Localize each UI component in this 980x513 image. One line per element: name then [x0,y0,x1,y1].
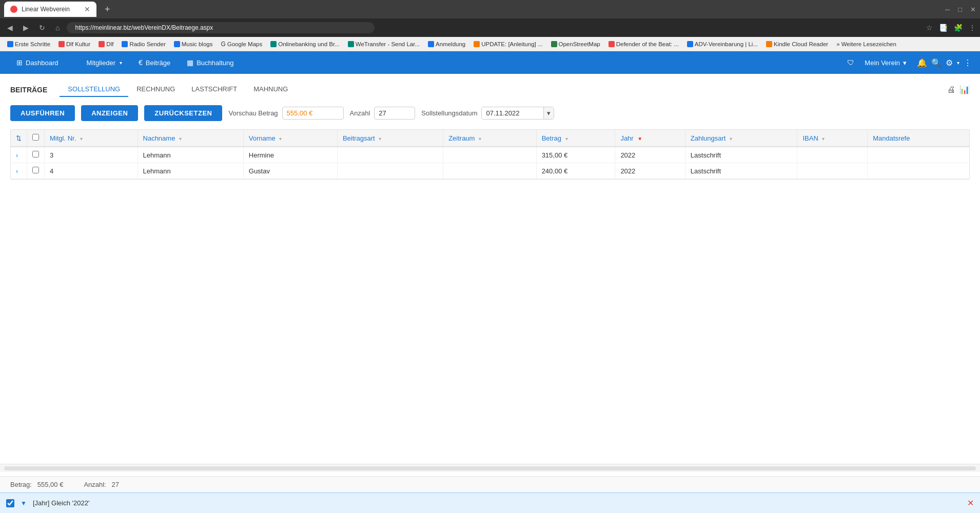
bookmark-google-maps[interactable]: G Google Maps [218,40,265,49]
mein-verein-label: Mein Verein [865,59,900,67]
row-checkbox-cell[interactable] [27,163,45,179]
browser-tab[interactable]: Linear Webverein ✕ [4,2,96,17]
maximize-button[interactable]: □ [958,6,962,13]
nav-buchhaltung[interactable]: ▦ Buchhaltung [179,51,242,74]
bookmark-label: Music blogs [182,41,213,47]
forward-button[interactable]: ▶ [20,23,32,33]
bookmark-onlinebanking[interactable]: Onlinebanking und Br... [267,40,343,48]
cell-beitragsart [337,147,443,163]
bookmark-anmeldung[interactable]: Anmeldung [425,40,468,48]
bottom-summary-bar: Betrag: 555,00 € Anzahl: 27 [0,476,980,478]
bookmark-erste-schritte[interactable]: Erste Schritte [4,40,53,48]
close-window-button[interactable]: ✕ [970,6,976,13]
anzeigen-button[interactable]: ANZEIGEN [81,105,138,121]
nav-beitrage[interactable]: € Beiträge [130,51,179,74]
bookmark-icon[interactable]: 📑 [939,24,948,32]
col-jahr[interactable]: Jahr ▼ [615,130,685,147]
row-expand-cell[interactable]: › [11,147,27,163]
col-beitragsart[interactable]: Beitragsart ▾ [337,130,443,147]
tab-rechnung[interactable]: RECHNUNG [128,82,183,97]
bookmark-icon [551,41,557,47]
col-sort[interactable]: ⇅ [11,130,27,147]
tab-sollstellung[interactable]: SOLLSTELLUNG [60,82,128,97]
date-dropdown-button[interactable]: ▾ [543,107,554,119]
back-button[interactable]: ◀ [4,23,16,33]
ausfuhren-button[interactable]: AUSFÜHREN [10,105,75,121]
app-nav: ⊞ Dashboard 👤 Mitglieder ▾ € Beiträge ▦ … [0,51,980,74]
select-all-checkbox[interactable] [32,134,39,141]
home-button[interactable]: ⌂ [52,23,63,33]
col-zeitraum-sort-icon: ▾ [479,136,481,142]
col-nachname[interactable]: Nachname ▾ [138,130,243,147]
tab-nav: SOLLSTELLUNG RECHNUNG LASTSCHRIFT MAHNUN… [60,82,296,97]
star-icon[interactable]: ☆ [926,24,933,32]
col-iban-sort-icon: ▾ [822,136,825,142]
chart-icon[interactable]: 📊 [959,85,970,94]
nav-mitglieder[interactable]: 👤 Mitglieder ▾ [67,51,130,74]
bookmark-update-anleitung[interactable]: UPDATE: [Anleitung] ... [471,40,545,48]
col-vorname[interactable]: Vorname ▾ [243,130,337,147]
col-zahlungsart[interactable]: Zahlungsart ▾ [685,130,797,147]
anzahl-input[interactable] [374,107,415,120]
address-input[interactable] [67,22,375,33]
bookmark-music-blogs[interactable]: Music blogs [171,40,216,48]
col-zeitraum[interactable]: Zeitraum ▾ [443,130,537,147]
bookmark-wetransfer[interactable]: WeTransfer - Send Lar... [345,40,423,48]
bookmark-adv[interactable]: ADV-Vereinbarung | Li... [684,40,761,48]
row-checkbox-cell[interactable] [27,147,45,163]
bookmark-more[interactable]: » Weitere Lesezeichen [833,40,899,48]
bookmark-icon [7,41,13,47]
row-expand-icon[interactable]: › [16,168,18,175]
nav-dashboard[interactable]: ⊞ Dashboard [8,51,67,74]
tab-favicon [10,6,17,13]
tab-mahnung[interactable]: MAHNUNG [245,82,296,97]
reload-button[interactable]: ↻ [36,23,48,33]
row-checkbox[interactable] [32,151,39,157]
cell-iban [797,147,868,163]
zurucksetzen-button[interactable]: ZURÜCKSETZEN [144,105,222,121]
section-header: BEITRÄGE SOLLSTELLUNG RECHNUNG LASTSCHRI… [10,82,970,97]
minimize-button[interactable]: ─ [945,6,950,13]
bookmark-label: Google Maps [227,41,262,47]
row-expand-icon[interactable]: › [16,152,18,159]
col-checkbox[interactable] [27,130,45,147]
col-mandatsrefe[interactable]: Mandatsrefe [868,130,969,147]
cell-zahlungsart: Lastschrift [685,163,797,179]
col-iban[interactable]: IBAN ▾ [797,130,868,147]
bookmark-icon [609,41,615,47]
bookmark-label: » Weitere Lesezeichen [836,41,896,47]
bookmark-openstreetmap[interactable]: OpenStreetMap [548,40,603,48]
row-checkbox[interactable] [32,167,39,173]
new-tab-button[interactable]: + [101,4,114,15]
bookmark-defender[interactable]: Defender of the Beat: ... [605,40,682,48]
sollstellungsdatum-group: Sollstellungsdatum ▾ [421,107,554,120]
data-table: ⇅ Mitgl. Nr. ▾ Nachname ▾ Vorname [11,130,969,179]
table-header-row: ⇅ Mitgl. Nr. ▾ Nachname ▾ Vorname [11,130,969,147]
search-icon[interactable]: 🔍 [931,58,942,68]
nav-buchhaltung-label: Buchhaltung [197,59,233,67]
settings-dropdown-icon[interactable]: ▾ [957,60,959,66]
tab-lastschrift[interactable]: LASTSCHRIFT [183,82,245,97]
action-bar: AUSFÜHREN ANZEIGEN ZURÜCKSETZEN Vorschau… [10,105,970,121]
bookmark-label: Dlf Kultur [66,41,90,47]
bookmark-dlf[interactable]: Dlf [95,40,116,48]
sollstellungsdatum-input[interactable] [482,107,543,119]
row-expand-cell[interactable]: › [11,163,27,179]
extensions-icon[interactable]: 🧩 [954,24,963,32]
col-betrag[interactable]: Betrag ▾ [536,130,615,147]
bookmark-dlf-kultur[interactable]: Dlf Kultur [55,40,93,48]
apps-icon[interactable]: ⋮ [964,58,972,68]
bookmark-kindle[interactable]: Kindle Cloud Reader [763,40,831,48]
mein-verein-button[interactable]: Mein Verein ▾ [858,59,913,67]
settings-icon[interactable]: ⚙ [946,58,953,68]
bell-icon[interactable]: 🔔 [917,58,927,68]
col-mitgl-nr[interactable]: Mitgl. Nr. ▾ [45,130,138,147]
menu-icon[interactable]: ⋮ [969,24,976,32]
vorschau-betrag-input[interactable] [282,107,344,120]
bookmark-radio-sender[interactable]: Radio Sender [119,40,168,48]
horizontal-scrollbar[interactable] [0,464,980,472]
print-icon[interactable]: 🖨 [947,85,955,94]
tab-close-button[interactable]: ✕ [84,5,90,13]
bookmark-icon [122,41,128,47]
main-content: BEITRÄGE SOLLSTELLUNG RECHNUNG LASTSCHRI… [0,74,980,478]
